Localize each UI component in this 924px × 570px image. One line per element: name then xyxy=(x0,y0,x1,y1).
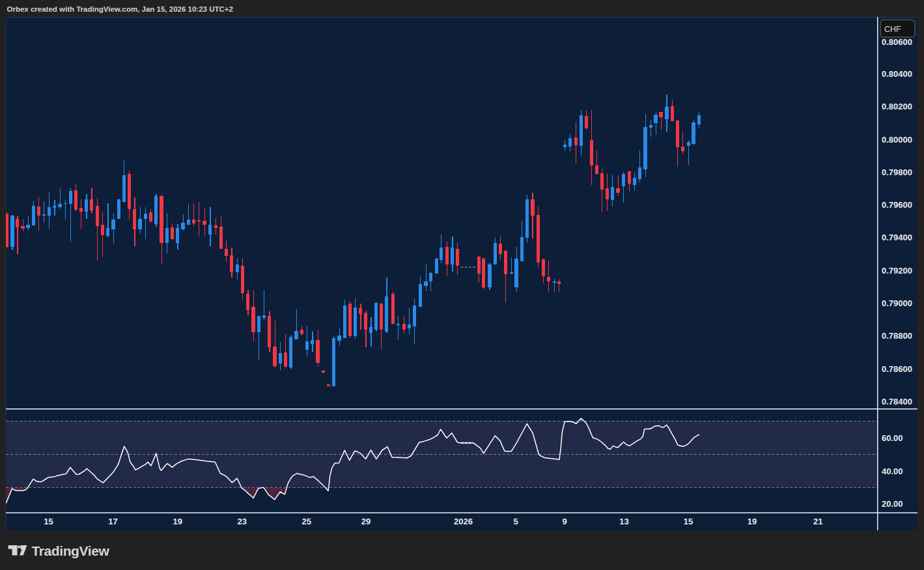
svg-text:9: 9 xyxy=(563,517,567,526)
svg-text:0.80400: 0.80400 xyxy=(882,69,912,79)
svg-text:21: 21 xyxy=(813,517,822,526)
svg-text:0.78800: 0.78800 xyxy=(882,331,912,341)
svg-text:60.00: 60.00 xyxy=(882,433,903,443)
svg-text:15: 15 xyxy=(684,517,693,526)
svg-text:19: 19 xyxy=(173,517,182,526)
svg-text:13: 13 xyxy=(619,517,628,526)
svg-text:0.79600: 0.79600 xyxy=(882,200,912,210)
svg-text:20.00: 20.00 xyxy=(882,499,903,509)
svg-text:TradingView: TradingView xyxy=(32,543,110,558)
svg-text:23: 23 xyxy=(237,517,246,526)
svg-text:CHF: CHF xyxy=(884,25,901,34)
svg-text:19: 19 xyxy=(748,517,757,526)
svg-text:0.80600: 0.80600 xyxy=(882,37,912,47)
svg-text:29: 29 xyxy=(361,517,371,526)
svg-text:17: 17 xyxy=(108,517,117,526)
svg-text:25: 25 xyxy=(302,517,311,526)
svg-text:15: 15 xyxy=(44,517,53,526)
svg-text:0.80000: 0.80000 xyxy=(882,135,912,145)
svg-text:2026: 2026 xyxy=(454,517,473,526)
svg-text:40.00: 40.00 xyxy=(882,466,903,476)
svg-text:0.79000: 0.79000 xyxy=(882,298,912,308)
svg-text:Orbex created with TradingView: Orbex created with TradingView.com, Jan … xyxy=(7,5,233,13)
svg-text:0.78400: 0.78400 xyxy=(882,397,912,406)
svg-text:0.79800: 0.79800 xyxy=(882,167,912,177)
svg-text:0.78600: 0.78600 xyxy=(882,364,912,374)
svg-text:0.79400: 0.79400 xyxy=(882,233,912,242)
svg-text:5: 5 xyxy=(514,517,518,526)
svg-text:0.79200: 0.79200 xyxy=(882,266,912,276)
svg-text:0.80200: 0.80200 xyxy=(882,102,912,111)
